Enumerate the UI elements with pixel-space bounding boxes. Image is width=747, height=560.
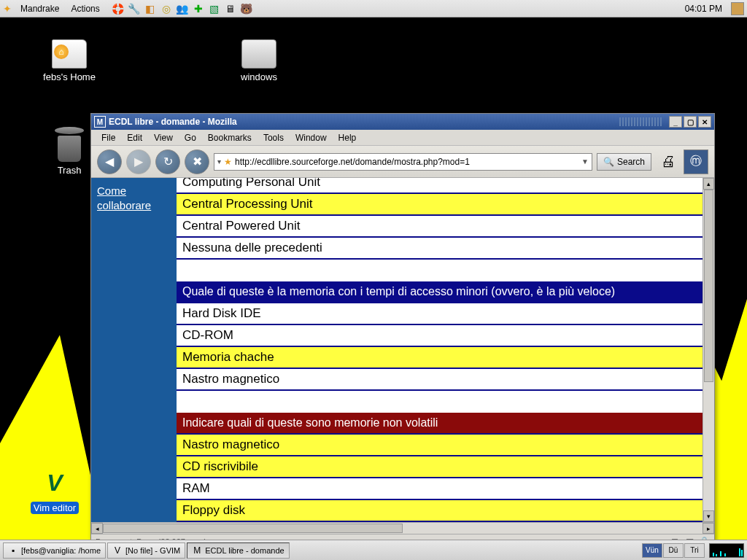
menu-go[interactable]: Go bbox=[179, 131, 202, 144]
window-app-icon: M bbox=[94, 116, 106, 128]
mozilla-throbber-icon[interactable]: ⓜ bbox=[684, 149, 708, 174]
tray-icon-4[interactable]: ◎ bbox=[160, 2, 173, 15]
calendar-icon[interactable] bbox=[731, 2, 744, 15]
task-app-icon: V bbox=[112, 545, 123, 556]
tray-icon-7[interactable]: ▧ bbox=[208, 2, 221, 15]
clock[interactable]: 04:01 PM bbox=[679, 4, 728, 14]
menu-window[interactable]: Window bbox=[290, 131, 333, 144]
tray-icon-5[interactable]: 👥 bbox=[176, 2, 189, 15]
vim-logo-icon: V bbox=[37, 470, 72, 499]
home-badge-icon: ⌂ bbox=[54, 44, 69, 59]
tray-icon-9[interactable]: 🐻 bbox=[240, 2, 253, 15]
hscroll-track[interactable] bbox=[103, 523, 703, 534]
answer-row[interactable]: Computing Personal Unit bbox=[177, 178, 703, 194]
top-menubar: ✦ Mandrake Actions 🛟 🔧 ◧ ◎ 👥 ✚ ▧ 🖥 🐻 04:… bbox=[0, 0, 747, 18]
forward-button[interactable]: ▶ bbox=[126, 149, 151, 174]
answer-row[interactable]: Nastro magnetico bbox=[177, 369, 703, 391]
bookmark-icon[interactable]: ★ bbox=[224, 157, 232, 167]
titlebar[interactable]: M ECDL libre - domande - Mozilla _ ▢ ✕ bbox=[91, 114, 714, 130]
menu-edit[interactable]: Edit bbox=[121, 131, 148, 144]
reload-button[interactable]: ↻ bbox=[155, 149, 180, 174]
vertical-scrollbar[interactable]: ▴ ▾ bbox=[703, 178, 714, 522]
actions-menu[interactable]: Actions bbox=[65, 2, 105, 15]
scroll-left-button[interactable]: ◂ bbox=[91, 523, 103, 534]
answer-row[interactable]: Memoria chache bbox=[177, 347, 703, 369]
tray-icon-3[interactable]: ◧ bbox=[144, 2, 157, 15]
scroll-right-button[interactable]: ▸ bbox=[703, 523, 714, 534]
stop-button[interactable]: ✖ bbox=[185, 149, 209, 174]
scroll-up-button[interactable]: ▴ bbox=[703, 178, 714, 190]
taskbar-item[interactable]: ▪[febs@vaniglia: /home bbox=[3, 542, 106, 559]
desktop-button[interactable]: Dü bbox=[663, 543, 684, 558]
desktop[interactable]: ⌂ febs's Home windows Trash V Vim editor… bbox=[0, 18, 747, 540]
task-app-icon: ▪ bbox=[8, 545, 18, 556]
question-header: Quale di queste è la memoria con i tempi… bbox=[177, 281, 703, 302]
scroll-down-button[interactable]: ▾ bbox=[703, 510, 714, 522]
quiz-block: Computing Personal UnitCentral Processin… bbox=[177, 178, 703, 260]
scroll-track[interactable] bbox=[703, 190, 714, 510]
task-label: [febs@vaniglia: /home bbox=[21, 546, 101, 555]
quiz-block: Indicare quali di queste sono memorie no… bbox=[177, 413, 703, 522]
windows-drive-icon[interactable]: windows bbox=[219, 39, 299, 82]
icon-label: windows bbox=[219, 71, 299, 82]
answer-row[interactable]: CD-ROM bbox=[177, 325, 703, 347]
page-main-content: Computing Personal UnitCentral Processin… bbox=[177, 178, 703, 522]
scroll-thumb[interactable] bbox=[704, 190, 713, 382]
print-button[interactable]: 🖨 bbox=[656, 149, 681, 174]
answer-row[interactable]: Central Powered Unit bbox=[177, 216, 703, 238]
quiz-block: Quale di queste è la memoria con i tempi… bbox=[177, 281, 703, 391]
desktop-switcher: VünDüTri bbox=[642, 543, 705, 558]
taskbar: ▪[febs@vaniglia: /homeV[No file] - GVIMM… bbox=[0, 540, 747, 560]
page-sidebar: Come collaborare bbox=[91, 178, 177, 522]
answer-row[interactable]: Hard Disk IDE bbox=[177, 302, 703, 325]
menu-bookmarks[interactable]: Bookmarks bbox=[202, 131, 258, 144]
answer-row[interactable]: Floppy disk bbox=[177, 500, 703, 522]
back-button[interactable]: ◀ bbox=[97, 149, 122, 174]
answer-row[interactable]: RAM bbox=[177, 478, 703, 500]
tray-icon-2[interactable]: 🔧 bbox=[128, 2, 141, 15]
browser-toolbar: ◀ ▶ ↻ ✖ ▾ ★ ▼ 🔍 Search 🖨 ⓜ bbox=[91, 146, 714, 178]
answer-row[interactable]: Nessuna delle precedenti bbox=[177, 238, 703, 260]
browser-menubar: File Edit View Go Bookmarks Tools Window… bbox=[91, 130, 714, 146]
icon-label: febs's Home bbox=[29, 71, 109, 82]
horizontal-scrollbar[interactable]: ◂ ▸ bbox=[91, 522, 714, 534]
menu-tools[interactable]: Tools bbox=[258, 131, 290, 144]
vim-editor-icon[interactable]: V Vim editor bbox=[15, 470, 95, 514]
home-folder-icon[interactable]: ⌂ febs's Home bbox=[29, 39, 109, 82]
hscroll-thumb[interactable] bbox=[103, 524, 403, 533]
url-input[interactable] bbox=[235, 157, 578, 167]
desktop-button[interactable]: Tri bbox=[684, 543, 705, 558]
search-button[interactable]: 🔍 Search bbox=[597, 153, 651, 171]
titlebar-grip bbox=[619, 117, 663, 126]
tray-icon-8[interactable]: 🖥 bbox=[224, 2, 237, 15]
answer-row[interactable]: CD riscrivibile bbox=[177, 456, 703, 478]
os-menu[interactable]: Mandrake bbox=[15, 2, 65, 15]
browser-window: M ECDL libre - domande - Mozilla _ ▢ ✕ F… bbox=[90, 113, 715, 549]
task-label: [No file] - GVIM bbox=[125, 546, 180, 555]
close-button[interactable]: ✕ bbox=[698, 116, 711, 128]
sidebar-link-collaborate[interactable]: Come collaborare bbox=[97, 184, 171, 212]
taskbar-item[interactable]: V[No file] - GVIM bbox=[107, 542, 185, 559]
taskbar-item[interactable]: MECDL libre - domande bbox=[187, 542, 289, 559]
question-header: Indicare quali di queste sono memorie no… bbox=[177, 413, 703, 433]
tray-icon-1[interactable]: 🛟 bbox=[112, 2, 125, 15]
url-dropdown[interactable]: ▼ bbox=[581, 158, 589, 166]
answer-row[interactable]: Central Processing Unit bbox=[177, 194, 703, 216]
tray-icon-6[interactable]: ✚ bbox=[192, 2, 205, 15]
answer-row[interactable]: Nastro magnetico bbox=[177, 433, 703, 456]
maximize-button[interactable]: ▢ bbox=[684, 116, 697, 128]
system-monitor-graph[interactable] bbox=[709, 543, 744, 558]
desktop-button[interactable]: Vün bbox=[642, 543, 662, 558]
search-label: Search bbox=[617, 157, 645, 167]
menu-help[interactable]: Help bbox=[333, 131, 363, 144]
window-title: ECDL libre - domande - Mozilla bbox=[109, 117, 615, 127]
menu-view[interactable]: View bbox=[148, 131, 179, 144]
task-app-icon: M bbox=[192, 545, 202, 556]
minimize-button[interactable]: _ bbox=[669, 116, 682, 128]
content-area: Come collaborare Computing Personal Unit… bbox=[91, 178, 714, 522]
url-history-dropdown[interactable]: ▾ bbox=[217, 158, 221, 166]
task-label: ECDL libre - domande bbox=[205, 546, 284, 555]
url-bar: ▾ ★ ▼ bbox=[214, 153, 592, 171]
menu-file[interactable]: File bbox=[96, 131, 121, 144]
search-icon: 🔍 bbox=[603, 157, 614, 167]
